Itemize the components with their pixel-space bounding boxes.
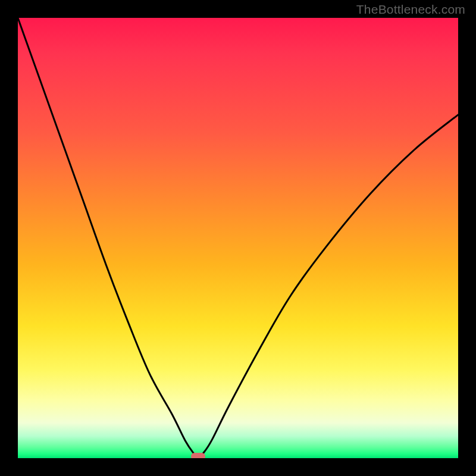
chart-frame: TheBottleneck.com bbox=[0, 0, 476, 476]
background-gradient bbox=[18, 18, 458, 458]
plot-area bbox=[18, 18, 458, 458]
attribution-label: TheBottleneck.com bbox=[356, 2, 465, 17]
minimum-marker bbox=[191, 453, 205, 458]
